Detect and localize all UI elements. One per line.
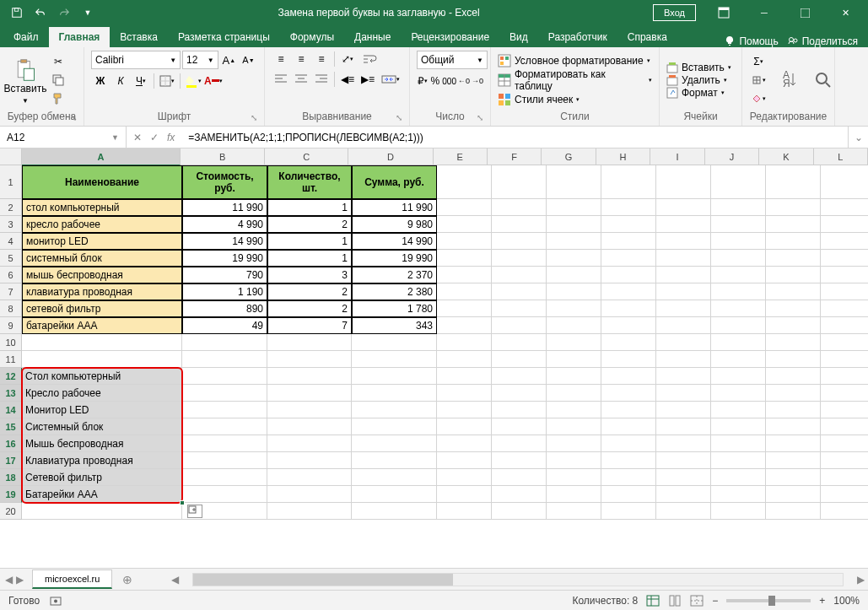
cell[interactable]: стол компьютерный [22,199,182,216]
formula-input[interactable]: =ЗАМЕНИТЬ(A2;1;1;ПРОПИСН(ЛЕВСИМВ(A2;1))) [181,132,848,143]
select-all-corner[interactable] [0,148,22,165]
increase-indent-icon[interactable]: ▶≡ [359,71,377,88]
signin-button[interactable]: Вход [653,4,696,21]
align-left-icon[interactable] [272,71,290,88]
cell[interactable]: 2 370 [352,267,437,283]
borders-icon[interactable]: ▾ [158,73,176,89]
qat-dropdown-icon[interactable]: ▼ [78,3,98,23]
fx-icon[interactable]: fx [167,132,175,143]
cell[interactable]: 14 990 [182,233,267,250]
save-icon[interactable] [7,3,27,23]
row-header[interactable]: 7 [0,283,22,300]
column-header[interactable]: A [22,148,181,165]
cell[interactable]: клавиатура проводная [22,283,182,300]
align-right-icon[interactable] [312,71,331,88]
dialog-launcher-icon[interactable]: ⤡ [70,113,77,122]
paste-button[interactable]: Вставить▼ [7,51,44,109]
cell[interactable]: 790 [182,267,267,283]
cell[interactable]: 343 [352,317,437,334]
decrease-font-icon[interactable]: A▼ [240,51,257,68]
cell[interactable]: 14 990 [352,233,437,250]
row-header[interactable]: 8 [0,300,22,317]
align-top-icon[interactable]: ≡ [272,51,290,67]
cell[interactable]: Мышь беспроводная [22,435,182,452]
cell[interactable]: 11 990 [182,199,267,216]
increase-decimal-icon[interactable]: ←0 [458,73,470,89]
orientation-icon[interactable]: ⤢▾ [338,51,357,67]
format-painter-icon[interactable] [49,90,67,107]
tab-review[interactable]: Рецензирование [401,27,499,47]
merge-icon[interactable]: ▾ [379,71,402,88]
tab-developer[interactable]: Разработчик [538,27,617,47]
number-format-combo[interactable]: Общий▼ [417,51,488,69]
cell[interactable]: Сетевой фильтр [22,469,182,486]
autofill-options-icon[interactable] [187,505,202,518]
bold-icon[interactable]: Ж [91,73,110,89]
cell[interactable]: Наименование [22,165,182,199]
row-header[interactable]: 3 [0,216,22,233]
font-size-combo[interactable]: 12▼ [182,51,218,69]
tab-file[interactable]: Файл [3,27,49,47]
zoom-out-icon[interactable]: − [712,595,718,607]
row-header[interactable]: 4 [0,233,22,250]
tab-formulas[interactable]: Формулы [280,27,344,47]
row-header[interactable]: 19 [0,486,22,503]
format-as-table-button[interactable]: Форматировать как таблицу▾ [498,68,652,92]
tell-me-button[interactable]: Помощь [724,35,778,47]
cell[interactable]: 3 [267,267,352,283]
ribbon-options-icon[interactable] [704,0,743,25]
row-header[interactable]: 17 [0,452,22,469]
view-page-layout-icon[interactable] [668,595,682,607]
tab-view[interactable]: Вид [499,27,538,47]
clear-icon[interactable]: ▾ [749,90,768,107]
cancel-formula-icon[interactable]: ✕ [133,132,142,143]
cell[interactable]: Количество, шт. [267,165,352,199]
cell[interactable]: 9 980 [352,216,437,233]
column-header[interactable]: G [542,148,596,165]
row-header[interactable]: 12 [0,368,22,385]
cell[interactable]: 49 [182,317,267,334]
cell[interactable]: Кресло рабочее [22,385,182,402]
underline-icon[interactable]: Ч▾ [132,73,150,89]
cell[interactable]: Стоимость, руб. [182,165,267,199]
cell[interactable]: монитор LED [22,233,182,250]
column-header[interactable]: L [814,148,868,165]
find-select-icon[interactable] [810,67,837,94]
view-page-break-icon[interactable] [690,595,704,607]
format-cells-button[interactable]: Формат▾ [666,87,735,99]
cell[interactable]: 7 [267,317,352,334]
fill-icon[interactable]: ▾ [749,72,768,89]
cell[interactable]: мышь беспроводная [22,267,182,283]
increase-font-icon[interactable]: A▲ [220,51,238,68]
cell-styles-button[interactable]: Стили ячеек▾ [498,93,652,106]
maximize-icon[interactable] [785,0,824,25]
cell[interactable]: Монитор LED [22,402,182,418]
fill-color-icon[interactable]: ▾ [184,73,202,89]
insert-cells-button[interactable]: Вставить▾ [666,62,735,73]
redo-icon[interactable] [54,3,74,23]
dialog-launcher-icon[interactable]: ⤡ [396,113,402,122]
cell[interactable]: Сумма, руб. [352,165,437,199]
undo-icon[interactable] [30,3,51,23]
column-header[interactable]: I [650,148,704,165]
row-header[interactable]: 20 [0,503,22,520]
column-header[interactable]: F [488,148,542,165]
sheet-tab[interactable]: microexcel.ru [32,570,112,589]
column-header[interactable]: C [265,148,348,165]
column-header[interactable]: B [181,148,265,165]
sheet-nav-next-icon[interactable]: ▶ [16,574,24,586]
cell[interactable]: 890 [182,300,267,317]
cell[interactable]: 2 380 [352,283,437,300]
row-header[interactable]: 15 [0,418,22,435]
name-box[interactable]: A12▼ [0,127,127,148]
comma-icon[interactable]: 000 [442,73,456,89]
cell[interactable]: 19 990 [352,250,437,267]
cell[interactable]: 4 990 [182,216,267,233]
column-header[interactable]: J [705,148,759,165]
cell[interactable]: батарейки AAA [22,317,182,334]
copy-icon[interactable] [49,72,67,89]
tab-data[interactable]: Данные [344,27,401,47]
sort-filter-icon[interactable]: АЯ [778,67,805,94]
cell[interactable]: 1 190 [182,283,267,300]
decrease-decimal-icon[interactable]: →0 [472,73,483,89]
